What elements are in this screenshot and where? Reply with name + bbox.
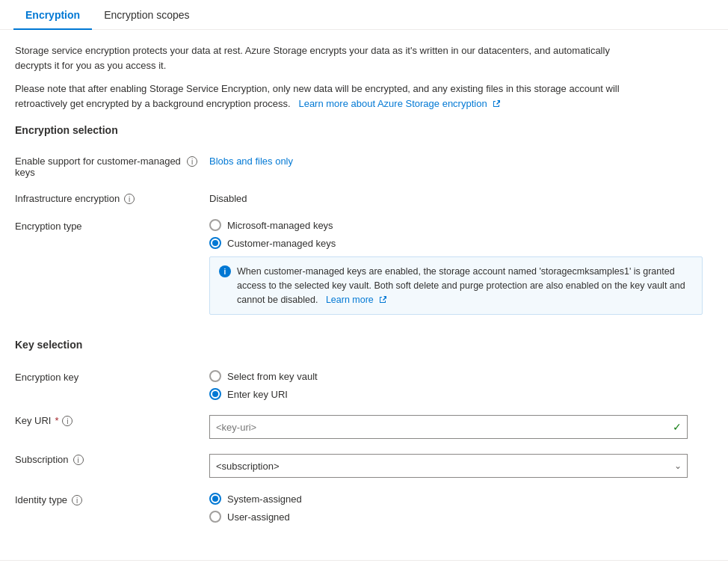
key-uri-label-cell: Key URI * i (15, 408, 209, 446)
radio-enter-uri[interactable]: Enter key URI (209, 388, 713, 400)
radio-system-assigned-label: System-assigned (227, 493, 302, 505)
key-uri-label: Key URI (15, 415, 51, 426)
info-box-learn-more-link[interactable]: Learn more (326, 295, 387, 305)
radio-user-assigned[interactable]: User-assigned (209, 511, 713, 523)
radio-customer-managed-label: Customer-managed keys (227, 238, 336, 249)
radio-select-vault-label: Select from key vault (227, 371, 318, 382)
customer-keys-info-icon[interactable]: i (187, 156, 197, 167)
key-selection-form: Encryption key Select from key vault Ent… (15, 363, 713, 530)
radio-user-assigned-label: User-assigned (227, 511, 290, 523)
learn-more-link[interactable]: Learn more about Azure Storage encryptio… (298, 98, 501, 109)
customer-managed-info-box: i When customer-managed keys are enabled… (209, 256, 703, 315)
radio-microsoft-managed[interactable]: Microsoft-managed keys (209, 219, 713, 231)
description-2: Please note that after enabling Storage … (15, 82, 628, 111)
infrastructure-info-icon[interactable]: i (124, 194, 135, 204)
key-selection-title: Key selection (15, 339, 713, 351)
customer-keys-value-cell: Blobs and files only (209, 148, 713, 185)
external-link-icon (492, 99, 501, 108)
radio-system-assigned[interactable]: System-assigned (209, 493, 713, 505)
encryption-type-label-cell: Encryption type (15, 212, 209, 322)
radio-system-assigned-input[interactable] (209, 493, 221, 505)
identity-type-label: Identity type (15, 494, 67, 505)
radio-microsoft-managed-label: Microsoft-managed keys (227, 220, 333, 231)
infrastructure-value: Disabled (209, 193, 247, 204)
encryption-key-label: Encryption key (15, 372, 78, 383)
customer-keys-label-cell: Enable support for customer-managed keys… (15, 148, 209, 185)
key-uri-required-star: * (55, 415, 58, 426)
key-uri-label-flex: Key URI * i (15, 415, 73, 426)
footer-divider (0, 560, 728, 561)
encryption-type-radio-group: Microsoft-managed keys Customer-managed … (209, 219, 713, 249)
identity-type-info-icon[interactable]: i (72, 495, 82, 505)
customer-keys-value: Blobs and files only (209, 156, 293, 167)
subscription-info-icon[interactable]: i (73, 455, 84, 465)
info-box-text: When customer-managed keys are enabled, … (237, 265, 693, 307)
identity-type-value-cell: System-assigned User-assigned (209, 485, 713, 530)
subscription-value-cell: <subscription> ⌄ (209, 446, 713, 485)
subscription-select-wrapper: <subscription> ⌄ (209, 454, 688, 478)
radio-customer-managed[interactable]: Customer-managed keys (209, 237, 713, 249)
radio-enter-uri-label: Enter key URI (227, 389, 288, 400)
description-1: Storage service encryption protects your… (15, 43, 628, 73)
key-uri-input-wrapper: ✓ (209, 415, 688, 439)
encryption-key-label-cell: Encryption key (15, 363, 209, 408)
key-uri-input[interactable] (209, 415, 688, 439)
radio-enter-uri-input[interactable] (209, 388, 221, 400)
tab-encryption[interactable]: Encryption (13, 0, 92, 30)
radio-user-assigned-input[interactable] (209, 511, 221, 523)
encryption-selection-title: Encryption selection (15, 124, 713, 136)
infrastructure-label-cell: Infrastructure encryption i (15, 185, 209, 212)
info-circle-icon: i (219, 265, 231, 277)
subscription-select[interactable]: <subscription> (209, 454, 688, 478)
encryption-type-value-cell: Microsoft-managed keys Customer-managed … (209, 212, 713, 322)
customer-keys-label: Enable support for customer-managed keys (15, 156, 182, 178)
infrastructure-label: Infrastructure encryption (15, 193, 120, 204)
key-uri-value-cell: ✓ (209, 408, 713, 446)
encryption-key-radio-group: Select from key vault Enter key URI (209, 370, 713, 400)
main-content: Storage service encryption protects your… (0, 30, 728, 545)
encryption-key-value-cell: Select from key vault Enter key URI (209, 363, 713, 408)
radio-microsoft-managed-input[interactable] (209, 219, 221, 231)
subscription-label-cell: Subscription i (15, 446, 209, 485)
infrastructure-value-cell: Disabled (209, 185, 713, 212)
encryption-selection-form: Enable support for customer-managed keys… (15, 148, 713, 322)
subscription-label: Subscription (15, 454, 69, 465)
key-uri-checkmark-icon: ✓ (673, 421, 682, 433)
info-box-external-icon (378, 295, 387, 304)
radio-select-vault-input[interactable] (209, 370, 221, 382)
tab-encryption-scopes[interactable]: Encryption scopes (92, 0, 201, 30)
tab-bar: Encryption Encryption scopes (0, 0, 728, 30)
key-uri-info-icon[interactable]: i (62, 416, 73, 426)
radio-customer-managed-input[interactable] (209, 237, 221, 249)
encryption-type-label: Encryption type (15, 221, 82, 232)
radio-select-vault[interactable]: Select from key vault (209, 370, 713, 382)
identity-type-radio-group: System-assigned User-assigned (209, 493, 713, 523)
identity-type-label-cell: Identity type i (15, 485, 209, 530)
